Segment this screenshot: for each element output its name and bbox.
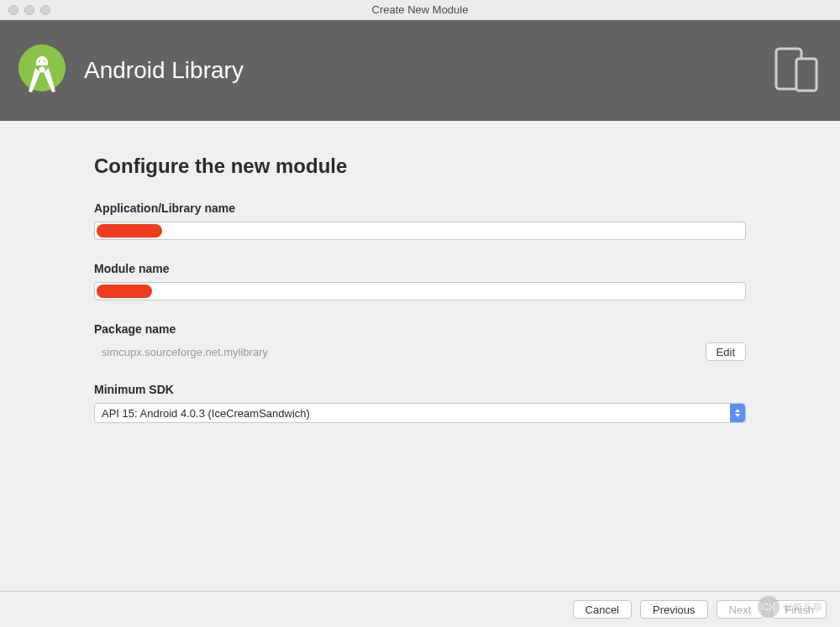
app-library-name-label: Application/Library name (94, 201, 746, 215)
package-name-label: Package name (94, 322, 746, 336)
zoom-window-dot[interactable] (40, 5, 50, 15)
app-library-name-group: Application/Library name (94, 201, 746, 240)
window-titlebar: Create New Module (0, 0, 840, 20)
minimize-window-dot[interactable] (24, 5, 34, 15)
window-title: Create New Module (0, 3, 840, 16)
minimum-sdk-select[interactable]: API 15: Android 4.0.3 (IceCreamSandwich) (94, 403, 746, 423)
svg-rect-5 (796, 59, 816, 91)
package-name-value: simcupx.sourceforge.net.mylibrary (94, 342, 699, 361)
window-controls (0, 5, 50, 15)
close-window-dot[interactable] (8, 5, 18, 15)
next-button: Next (717, 600, 764, 619)
content-area: Configure the new module Application/Lib… (0, 121, 840, 462)
minimum-sdk-selected: API 15: Android 4.0.3 (IceCreamSandwich) (102, 407, 310, 420)
cancel-button[interactable]: Cancel (573, 600, 632, 619)
header-title: Android Library (84, 57, 244, 84)
module-name-group: Module name (94, 262, 746, 300)
module-name-input[interactable] (94, 282, 746, 300)
module-name-label: Module name (94, 262, 746, 275)
android-studio-icon (17, 43, 67, 98)
minimum-sdk-group: Minimum SDK API 15: Android 4.0.3 (IceCr… (94, 383, 746, 423)
redacted-value (97, 224, 162, 238)
svg-point-2 (44, 60, 45, 62)
minimum-sdk-label: Minimum SDK (94, 383, 746, 396)
package-name-group: Package name simcupx.sourceforge.net.myl… (94, 322, 746, 361)
content-heading: Configure the new module (94, 154, 746, 178)
app-library-name-input[interactable] (94, 222, 746, 240)
footer-bar: Cancel Previous Next Finish (0, 591, 840, 627)
package-edit-button[interactable]: Edit (706, 342, 746, 361)
header-banner: Android Library (0, 20, 840, 121)
svg-point-1 (39, 60, 40, 62)
previous-button[interactable]: Previous (640, 600, 708, 619)
devices-icon (771, 45, 822, 96)
finish-button: Finish (772, 600, 827, 619)
select-arrows-icon (730, 404, 745, 422)
svg-point-3 (39, 67, 45, 73)
redacted-value (97, 285, 152, 298)
